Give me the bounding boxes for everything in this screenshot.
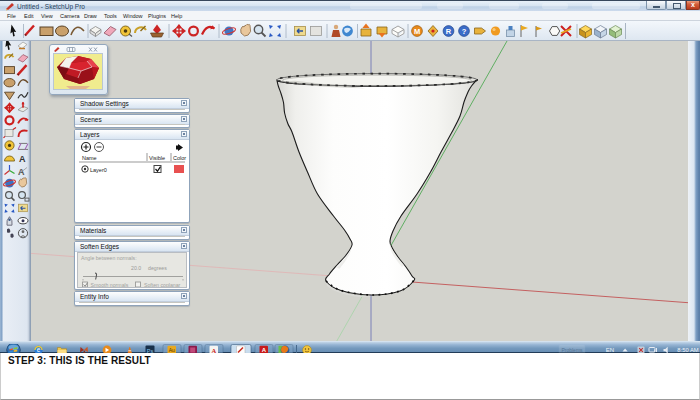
svg-text:Smooth normals: Smooth normals [91,282,129,288]
svg-text:Visible: Visible [149,155,165,161]
svg-text:Name: Name [82,155,97,161]
svg-text:M: M [414,27,420,36]
svg-text:?: ? [462,27,467,36]
svg-text:A: A [19,154,26,164]
svg-text:Angle between normals:: Angle between normals: [81,255,137,261]
svg-text:degrees: degrees [148,265,167,271]
svg-text:Layer0: Layer0 [90,167,107,173]
svg-text:20.0: 20.0 [131,265,141,271]
svg-text:Color: Color [173,155,186,161]
svg-text:Soften coplanar: Soften coplanar [144,282,181,288]
svg-text:R: R [446,27,452,36]
